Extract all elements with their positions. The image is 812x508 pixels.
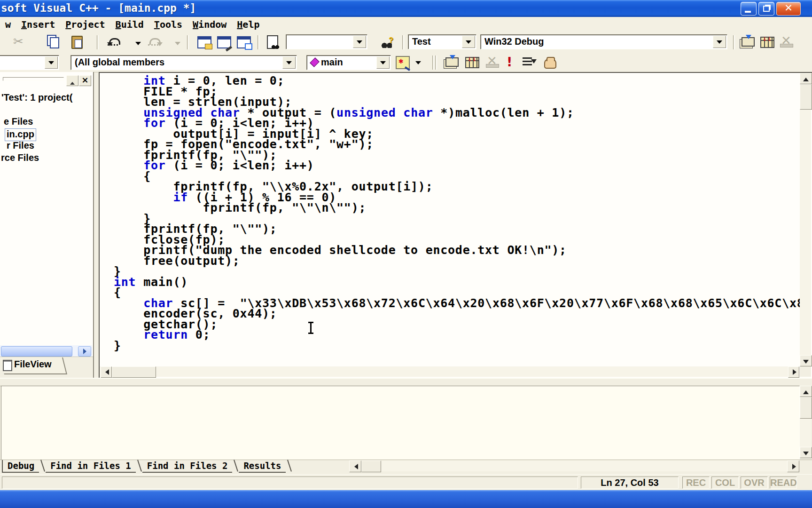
menu-item-tools[interactable]: Tools [149,17,187,30]
output-vscroll-thumb[interactable] [800,397,812,419]
arrow-left-icon [351,464,358,469]
undo-icon[interactable] [109,38,120,45]
ibeam-cursor [308,322,313,334]
status-indicator-rec: REC [682,476,710,489]
build-icon[interactable] [760,37,774,48]
project-combo[interactable]: Test [408,34,476,49]
output-scroll-right-button[interactable] [787,460,799,472]
output-tab-debug[interactable]: Debug [2,460,39,473]
go-icon[interactable] [523,57,532,66]
title-bar[interactable]: soft Visual C++ - [main.cpp *] ✕ [0,0,812,17]
member-function-value: main [321,57,343,68]
close-icon: ✕ [777,2,800,15]
copy-icon[interactable] [50,37,59,48]
configuration-combo-value: Win32 Debug [484,36,544,47]
menu-item-help[interactable]: Help [232,17,265,30]
output-scroll-left-button[interactable] [349,460,361,472]
minimize-button[interactable] [741,2,757,16]
status-message-pane [2,476,578,489]
output-tab-find-in-files-2[interactable]: Find in Files 2 [142,460,233,473]
menu-item-project[interactable]: Project [60,17,110,30]
editor-vscrollbar[interactable] [800,73,811,365]
workspace-close-button[interactable]: × [79,75,91,86]
editor-hscroll-thumb[interactable] [112,366,156,378]
stop-build-icon[interactable]: ✕ [487,56,497,66]
menu-item-window[interactable]: Window [187,17,232,30]
standard-toolbar: ✂ Test Win32 Debug ✕ [0,32,812,53]
scroll-right-button[interactable] [78,346,91,357]
chevron-down-icon [48,61,54,64]
scrollbar-corner [800,366,811,377]
undo-underline [108,44,118,46]
status-bar: Ln 27, Col 53 RECCOLOVRREAD [0,474,812,491]
stop-build-icon[interactable]: ✕ [781,35,791,46]
menu-item-w[interactable]: w [0,17,16,30]
fileview-tab-label[interactable]: FileView [14,359,52,370]
window-list-icon[interactable] [237,36,251,48]
output-tab-find-in-files-1[interactable]: Find in Files 1 [46,460,136,473]
arrow-left-icon [102,369,109,375]
editor-scroll-up-button[interactable] [800,73,812,84]
find-combo[interactable] [286,34,367,49]
workspace-grip[interactable] [3,77,64,81]
output-splitter[interactable] [0,378,812,386]
tree-item-in.cpp[interactable]: in.cpp [5,128,36,141]
wizard-dropdown-icon[interactable] [415,61,421,64]
editor-scroll-left-button[interactable] [101,366,112,378]
close-button[interactable]: ✕ [776,2,801,16]
editor-scroll-right-button[interactable] [788,366,799,378]
workspace-hscrollbar[interactable] [0,345,92,357]
output-scroll-down-button[interactable] [800,447,812,458]
arrow-right-icon [793,369,799,375]
tree-item-rce-files[interactable]: rce Files [1,152,39,164]
execute-program-icon[interactable]: ! [507,55,512,69]
wizard-action-icon[interactable] [396,56,410,69]
output-tab-results[interactable]: Results [239,460,286,473]
chevron-down-icon [717,40,722,44]
find-combo-dropdown[interactable] [353,36,366,48]
minimize-icon [745,11,751,13]
configuration-combo[interactable]: Win32 Debug [480,34,727,49]
menu-item-build[interactable]: Build [110,17,149,30]
members-combo[interactable]: (All global members [70,55,297,70]
find-in-files-icon[interactable] [267,35,278,49]
arrow-down-icon [803,452,809,458]
workspace-view-icon[interactable] [197,36,211,48]
compile-icon[interactable] [742,37,755,47]
output-view-icon[interactable] [217,36,231,48]
tree-item-r-files[interactable]: r Files [7,140,34,152]
redo-dropdown-icon[interactable] [175,42,180,45]
workspace-root-node[interactable]: 'Test': 1 project( [1,92,72,103]
tree-item-e-files[interactable]: e Files [4,116,33,128]
members-combo-value: (All global members [75,57,164,68]
members-combo-dropdown[interactable] [282,56,296,69]
breakpoint-hand-icon[interactable] [544,58,556,69]
output-pane[interactable] [1,386,800,460]
compile-icon[interactable] [445,57,459,67]
toolbar-separator [733,35,735,49]
toolbar-separator [258,35,259,49]
search-help-icon[interactable] [382,43,392,48]
editor-scroll-down-button[interactable] [800,355,812,366]
output-hscrollbar[interactable] [349,460,798,471]
code-editor[interactable]: int i = 0, len = 0; FILE * fp; len = str… [101,73,812,368]
output-scroll-up-button[interactable] [800,386,812,397]
member-function-combo[interactable]: main [306,55,391,70]
output-hscroll-thumb[interactable] [361,460,381,472]
editor-vscroll-thumb[interactable] [800,84,812,110]
class-combo-dropdown[interactable] [45,56,58,69]
class-combo[interactable] [0,55,59,70]
configuration-combo-dropdown[interactable] [713,36,726,48]
menu-item-insert[interactable]: Insert [16,17,60,30]
build-icon[interactable] [465,57,479,68]
workspace-collapse-button[interactable] [66,75,78,86]
cut-icon[interactable]: ✂ [13,34,23,48]
scrollbar-thumb[interactable] [1,346,72,357]
restore-button[interactable] [758,2,774,16]
redo-icon[interactable] [149,38,161,45]
member-function-dropdown[interactable] [376,56,390,69]
editor-hscrollbar[interactable] [100,366,799,377]
project-combo-dropdown[interactable] [462,36,475,48]
undo-dropdown-icon[interactable] [135,42,141,45]
paste-icon[interactable] [71,36,83,49]
